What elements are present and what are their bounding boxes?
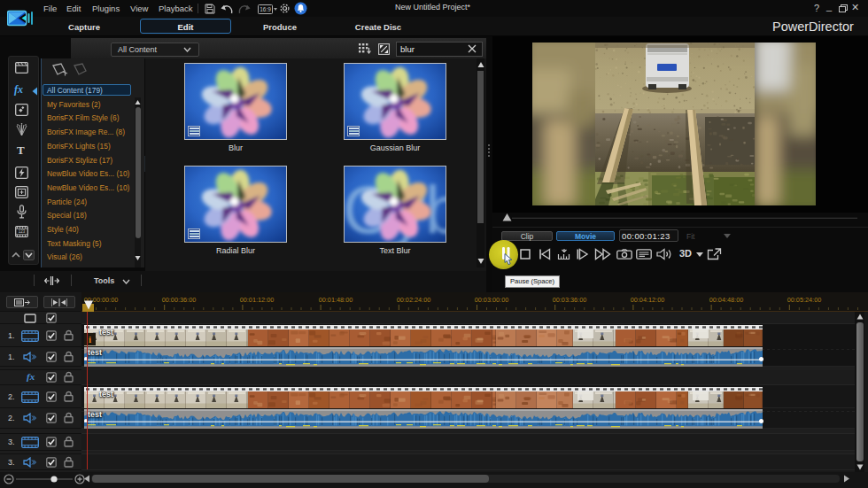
svg-text:00:04:12:00: 00:04:12:00 [631, 296, 665, 304]
svg-text:16:9: 16:9 [260, 6, 271, 12]
svg-text:00:01:48:00: 00:01:48:00 [319, 296, 353, 304]
svg-text:00:03:00:00: 00:03:00:00 [475, 296, 509, 304]
svg-text:123: 123 [19, 229, 26, 234]
svg-text:00:01:12:00: 00:01:12:00 [240, 296, 275, 304]
svg-text:00:04:48:00: 00:04:48:00 [709, 296, 744, 304]
svg-text:00:02:24:00: 00:02:24:00 [397, 296, 431, 304]
svg-text:00:00:36:00: 00:00:36:00 [162, 296, 197, 304]
svg-text:00:03:36:00: 00:03:36:00 [553, 296, 587, 304]
svg-text:00:05:24:00: 00:05:24:00 [787, 296, 822, 304]
